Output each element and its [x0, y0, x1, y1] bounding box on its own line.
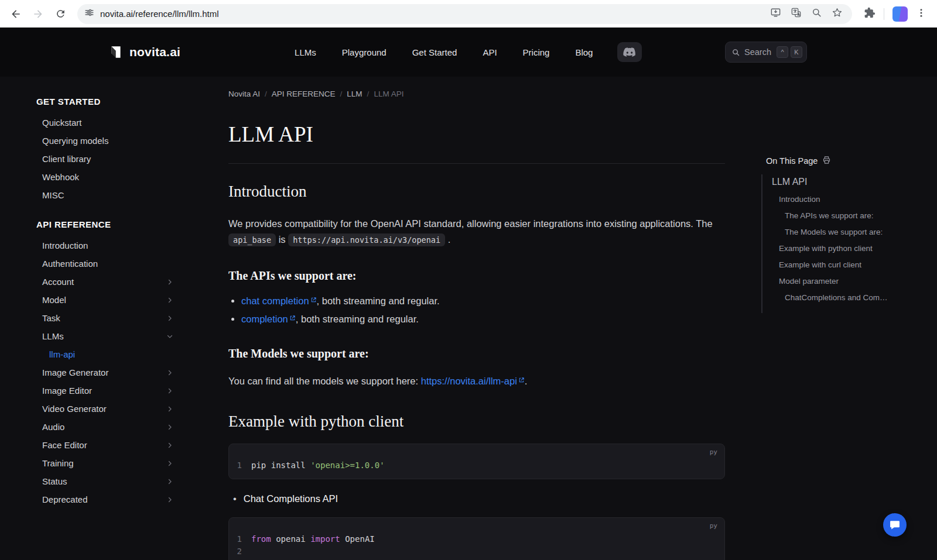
models-text: You can find all the models we support h… — [228, 376, 418, 386]
breadcrumb-item[interactable]: API REFERENCE — [272, 90, 336, 98]
toc-item-model-parameter[interactable]: Model parameter — [772, 277, 925, 286]
docs-content: Novita AI / API REFERENCE / LLM / LLM AP… — [228, 77, 725, 560]
profile-avatar[interactable] — [892, 6, 908, 22]
install-app-icon[interactable] — [770, 7, 781, 20]
sidebar-item-label: Authentication — [42, 259, 98, 269]
sidebar-item-account[interactable]: Account — [36, 273, 177, 291]
url-text[interactable]: novita.ai/reference/llm/llm.html — [100, 9, 770, 19]
toc-item-python-example[interactable]: Example with python client — [772, 244, 925, 253]
nav-item-api[interactable]: API — [483, 47, 497, 57]
chat-completion-link[interactable]: chat completion — [241, 296, 317, 306]
sidebar-item-label: Introduction — [42, 241, 88, 250]
address-bar[interactable]: novita.ai/reference/llm/llm.html — [77, 4, 852, 24]
shortcut-key-k: K — [791, 46, 802, 58]
site-settings-icon[interactable] — [84, 8, 94, 20]
docs-sidebar: GET STARTED Quickstart Querying models C… — [0, 77, 193, 560]
nav-item-get-started[interactable]: Get Started — [412, 47, 457, 57]
sidebar-item-client-library[interactable]: Client library — [36, 150, 177, 168]
forward-button[interactable] — [28, 4, 48, 24]
sidebar-item-label: Status — [42, 476, 67, 486]
link-label: chat completion — [241, 296, 309, 306]
zoom-icon[interactable] — [811, 7, 822, 20]
sidebar-section-api-reference: API REFERENCE — [36, 219, 182, 229]
breadcrumb-item[interactable]: Novita AI — [228, 90, 260, 98]
reload-button[interactable] — [50, 4, 70, 24]
sidebar-item-image-editor[interactable]: Image Editor — [36, 382, 177, 400]
models-link[interactable]: https://novita.ai/llm-api — [421, 376, 525, 386]
extensions-icon[interactable] — [864, 7, 876, 21]
nav-item-playground[interactable]: Playground — [342, 47, 387, 57]
code-language-label: py — [710, 522, 717, 530]
novita-logo[interactable]: novita.ai — [108, 44, 180, 60]
sidebar-item-introduction[interactable]: Introduction — [36, 236, 177, 255]
completion-link[interactable]: completion — [241, 314, 296, 324]
list-item-text: , both streaming and regular. — [317, 296, 440, 306]
printer-icon[interactable] — [822, 156, 831, 166]
brand-name: novita.ai — [129, 45, 180, 59]
sidebar-item-video-generator[interactable]: Video Generator — [36, 400, 177, 418]
sidebar-item-label: Querying models — [42, 136, 108, 146]
sidebar-item-status[interactable]: Status — [36, 472, 177, 490]
sidebar-item-image-generator[interactable]: Image Generator — [36, 363, 177, 382]
sidebar-item-label: Account — [42, 277, 74, 287]
bullet-text: Chat Completions API — [244, 493, 338, 504]
breadcrumb-item[interactable]: LLM — [347, 90, 362, 98]
nav-item-blog[interactable]: Blog — [575, 47, 593, 57]
sidebar-item-training[interactable]: Training — [36, 454, 177, 472]
search-placeholder: Search — [744, 47, 774, 57]
chat-support-button[interactable] — [883, 513, 907, 537]
back-button[interactable] — [6, 4, 26, 24]
intro-text: We provides compatibility for the OpenAI… — [228, 218, 713, 229]
sidebar-item-label: Model — [42, 295, 66, 305]
shortcut-key-ctrl: ^ — [777, 46, 788, 58]
toc-item-llm-api[interactable]: LLM API — [772, 177, 925, 187]
sidebar-item-llm-api[interactable]: llm-api — [36, 345, 177, 363]
sidebar-item-task[interactable]: Task — [36, 309, 177, 327]
browser-chrome: novita.ai/reference/llm/llm.html — [0, 0, 937, 28]
api-list: chat completion, both streaming and regu… — [228, 294, 725, 325]
sidebar-item-deprecated[interactable]: Deprecated — [36, 490, 177, 509]
sidebar-item-llms[interactable]: LLMs — [36, 327, 177, 345]
code-language-label: py — [710, 448, 717, 456]
chevron-down-icon — [166, 333, 173, 340]
toc-item-apis-we-support[interactable]: The APIs we support are: — [772, 211, 925, 220]
translate-icon[interactable] — [791, 7, 802, 20]
external-link-icon — [518, 372, 525, 388]
sidebar-item-model[interactable]: Model — [36, 291, 177, 309]
discord-icon — [623, 47, 636, 57]
code-line: 2 — [229, 545, 716, 558]
code-block-pip-install: py 1 pip install 'openai>=1.0.0' — [228, 444, 725, 479]
nav-item-pricing[interactable]: Pricing — [523, 47, 550, 57]
sidebar-item-authentication[interactable]: Authentication — [36, 255, 177, 273]
sidebar-item-misc[interactable]: MISC — [36, 186, 177, 204]
chevron-right-icon — [166, 279, 173, 286]
line-number: 1 — [229, 533, 251, 545]
docs-layout: GET STARTED Quickstart Querying models C… — [0, 77, 937, 560]
models-paragraph: You can find all the models we support h… — [228, 372, 725, 389]
chevron-right-icon — [166, 315, 173, 322]
nav-item-llms[interactable]: LLMs — [295, 47, 316, 57]
sidebar-item-face-editor[interactable]: Face Editor — [36, 436, 177, 454]
sidebar-item-quickstart[interactable]: Quickstart — [36, 114, 177, 132]
toc-item-models-we-support[interactable]: The Models we support are: — [772, 228, 925, 236]
search-input[interactable]: Search ^ K — [725, 42, 807, 63]
discord-button[interactable] — [617, 42, 642, 62]
sidebar-item-webhook[interactable]: Webhook — [36, 168, 177, 186]
breadcrumb-current: LLM API — [374, 90, 403, 98]
toc-header: On This Page — [761, 156, 925, 166]
sidebar-item-audio[interactable]: Audio — [36, 418, 177, 436]
main-nav: LLMs Playground Get Started API Pricing … — [295, 47, 593, 57]
bookmark-star-icon[interactable] — [832, 7, 843, 20]
breadcrumb: Novita AI / API REFERENCE / LLM / LLM AP… — [228, 90, 725, 98]
toc-item-introduction[interactable]: Introduction — [772, 195, 925, 204]
sidebar-item-querying-models[interactable]: Querying models — [36, 132, 177, 150]
browser-menu-icon[interactable] — [916, 8, 926, 20]
inline-code-api-base: api_base — [228, 233, 276, 246]
toc-item-curl-example[interactable]: Example with curl client — [772, 260, 925, 269]
chevron-right-icon — [166, 496, 173, 503]
code-token: openai — [271, 534, 310, 544]
breadcrumb-separator: / — [367, 90, 370, 98]
toc-item-chatcompletions[interactable]: ChatCompletions and Com… — [772, 293, 925, 302]
sidebar-item-label: Image Generator — [42, 367, 108, 377]
chevron-right-icon — [166, 460, 173, 467]
